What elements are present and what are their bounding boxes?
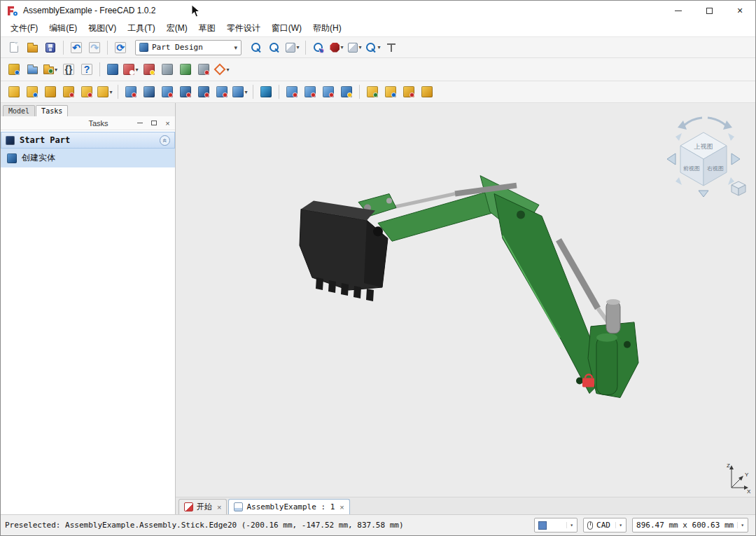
panel-minimize-icon[interactable]: [135, 118, 144, 128]
dropdown-arrow-icon[interactable]: ▾: [296, 44, 299, 50]
pocket-button[interactable]: [122, 83, 139, 100]
minimize-button[interactable]: [663, 1, 694, 20]
tab-tasks[interactable]: Tasks: [36, 105, 68, 116]
create-body-item[interactable]: 创建实体: [1, 149, 175, 167]
base-cylinder-green[interactable]: [596, 336, 617, 395]
polar-pattern-button[interactable]: [320, 83, 337, 100]
save-button[interactable]: [42, 39, 59, 56]
dropdown-arrow-icon[interactable]: ▾: [340, 44, 343, 50]
base-pin-hole[interactable]: [624, 341, 631, 348]
sync-view-button[interactable]: [310, 39, 327, 56]
refresh-button[interactable]: ⟳: [112, 39, 129, 56]
chamfer-button[interactable]: [382, 83, 399, 100]
3d-viewport[interactable]: 上视图 前视图 右视图 Z Y X 开: [176, 103, 755, 514]
draw-style-button[interactable]: ▾: [284, 39, 301, 56]
bucket-pivot[interactable]: [373, 226, 383, 236]
bucket-tooth[interactable]: [354, 286, 361, 298]
redo-button[interactable]: ↷: [86, 39, 103, 56]
pan-down-arrow-icon[interactable]: [699, 191, 708, 197]
base-cylinder-gray[interactable]: [606, 301, 620, 334]
additive-loft-button[interactable]: [42, 83, 59, 100]
bucket-tooth[interactable]: [366, 289, 374, 301]
menu-item-6[interactable]: 草图: [193, 20, 221, 36]
whats-this-button[interactable]: ?: [78, 61, 95, 78]
bucket-tooth[interactable]: [341, 283, 349, 296]
tab-model[interactable]: Model: [3, 105, 35, 116]
menu-item-2[interactable]: 编辑(E): [43, 20, 83, 36]
thickness-button[interactable]: [419, 83, 435, 100]
create-body-button[interactable]: [104, 61, 121, 78]
fillet-button[interactable]: [364, 83, 381, 100]
create-part-button[interactable]: [6, 61, 22, 78]
panel-float-icon[interactable]: [149, 118, 158, 128]
make-link-button[interactable]: ▾: [42, 61, 59, 78]
navcube-mini-cube-icon[interactable]: [732, 181, 746, 195]
corner-arrow-icon[interactable]: [676, 177, 682, 185]
dropdown-arrow-icon[interactable]: ▾: [55, 67, 57, 73]
close-tab-icon[interactable]: ×: [217, 503, 221, 511]
subtractive-primitive-button[interactable]: ▾: [232, 83, 248, 100]
check-geometry-button[interactable]: [195, 61, 212, 78]
zoom-button[interactable]: ▾: [365, 39, 382, 56]
expressions-button[interactable]: {}: [60, 61, 77, 78]
create-group-button[interactable]: [24, 61, 41, 78]
pad-button[interactable]: [6, 83, 22, 100]
fit-all-button[interactable]: [248, 39, 265, 56]
subtractive-helix-button[interactable]: [214, 83, 230, 100]
dropdown-arrow-icon[interactable]: ▾: [377, 44, 380, 50]
maximize-button[interactable]: [694, 1, 724, 20]
corner-arrow-icon[interactable]: [676, 133, 682, 141]
pan-left-arrow-icon[interactable]: [667, 153, 676, 165]
navigation-cube[interactable]: 上视图 前视图 右视图: [660, 109, 751, 200]
boolean-operation-button[interactable]: [258, 83, 274, 100]
bucket-tooth[interactable]: [316, 277, 323, 290]
document-tab-1[interactable]: 开始×: [178, 499, 227, 514]
map-sketch-button[interactable]: [159, 61, 176, 78]
view-size-selector[interactable]: 896.47 mm x 600.63 mm ▾: [632, 518, 748, 532]
panel-close-icon[interactable]: ×: [163, 118, 172, 128]
boom-pin-hole[interactable]: [517, 210, 525, 219]
fit-selection-button[interactable]: [266, 39, 283, 56]
additive-helix-button[interactable]: [78, 83, 95, 100]
task-section-header[interactable]: Start Part «: [1, 132, 175, 149]
linear-pattern-button[interactable]: [302, 83, 318, 100]
linkage-pin-2[interactable]: [386, 198, 392, 204]
mirrored-button[interactable]: [284, 83, 300, 100]
menu-item-9[interactable]: 帮助(H): [307, 20, 347, 36]
draft-button[interactable]: [400, 83, 417, 100]
stick-pin-hole[interactable]: [576, 378, 583, 385]
menu-item-5[interactable]: 宏(M): [161, 20, 193, 36]
corner-arrow-icon[interactable]: [728, 133, 734, 141]
subtractive-pipe-button[interactable]: [195, 83, 212, 100]
dropdown-arrow-icon[interactable]: ▾: [244, 89, 247, 95]
dropdown-arrow-icon[interactable]: ▾: [358, 44, 361, 50]
style-selector[interactable]: ▾: [534, 518, 578, 532]
multitransform-button[interactable]: [338, 83, 355, 100]
undo-button[interactable]: ↶: [68, 39, 85, 56]
pan-right-arrow-icon[interactable]: [732, 153, 740, 165]
additive-pipe-button[interactable]: [60, 83, 77, 100]
additive-primitive-button[interactable]: ▾: [97, 83, 113, 100]
subtractive-loft-button[interactable]: [177, 83, 194, 100]
hole-button[interactable]: [141, 83, 158, 100]
create-datum-button[interactable]: ▾: [214, 61, 230, 78]
menu-item-7[interactable]: 零件设计: [221, 20, 266, 36]
open-file-button[interactable]: [24, 39, 41, 56]
clipping-button[interactable]: ▾: [328, 39, 345, 56]
menu-item-4[interactable]: 工具(T): [122, 20, 160, 36]
validate-sketch-button[interactable]: [177, 61, 194, 78]
document-tab-2[interactable]: AssemblyExample : 1×: [228, 499, 349, 514]
menu-item-3[interactable]: 视图(V): [83, 20, 122, 36]
close-tab-icon[interactable]: ×: [340, 503, 344, 511]
close-button[interactable]: ×: [724, 1, 755, 20]
axonometric-view-button[interactable]: ▾: [346, 39, 363, 56]
revolution-button[interactable]: [24, 83, 41, 100]
new-file-button[interactable]: [6, 39, 22, 56]
workbench-selector[interactable]: Part Design ▾: [135, 40, 241, 55]
edit-sketch-button[interactable]: [141, 61, 158, 78]
measure-button[interactable]: [383, 39, 400, 56]
bucket-tooth[interactable]: [328, 280, 336, 293]
create-sketch-button[interactable]: ▾: [122, 61, 139, 78]
collapse-section-icon[interactable]: «: [160, 135, 170, 146]
menu-item-1[interactable]: 文件(F): [5, 20, 43, 36]
